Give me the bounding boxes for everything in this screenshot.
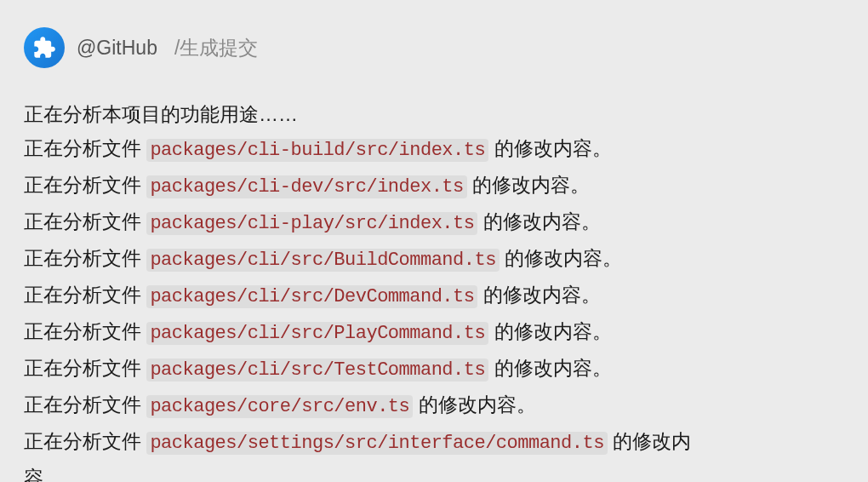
log-line: 正在分析文件 packages/cli/src/DevCommand.ts 的修… bbox=[24, 278, 844, 314]
log-line: 正在分析文件 packages/cli/src/PlayCommand.ts 的… bbox=[24, 314, 844, 351]
file-path: packages/cli-play/src/index.ts bbox=[146, 212, 477, 235]
file-path: packages/cli/src/TestCommand.ts bbox=[146, 359, 488, 382]
file-path: packages/cli/src/PlayCommand.ts bbox=[146, 322, 488, 345]
chat-header: @GitHub /生成提交 bbox=[24, 27, 844, 68]
avatar bbox=[24, 27, 65, 68]
command-path: /生成提交 bbox=[174, 35, 258, 61]
log-line: 正在分析文件 packages/cli/src/TestCommand.ts 的… bbox=[24, 351, 844, 387]
log-line-wrap: 容。 bbox=[24, 461, 844, 482]
file-path: packages/core/src/env.ts bbox=[146, 395, 413, 418]
mention-tag[interactable]: @GitHub bbox=[77, 37, 157, 60]
log-line: 正在分析文件 packages/cli-play/src/index.ts 的修… bbox=[24, 204, 844, 241]
file-path: packages/cli/src/DevCommand.ts bbox=[146, 285, 477, 308]
file-path: packages/cli-build/src/index.ts bbox=[146, 139, 488, 162]
log-intro: 正在分析本项目的功能用途…… bbox=[24, 97, 844, 131]
log-output: 正在分析本项目的功能用途…… 正在分析文件 packages/cli-build… bbox=[24, 97, 844, 482]
log-line: 正在分析文件 packages/cli/src/BuildCommand.ts … bbox=[24, 241, 844, 278]
puzzle-icon bbox=[32, 36, 56, 60]
file-path: packages/cli-dev/src/index.ts bbox=[146, 175, 466, 198]
log-line: 正在分析文件 packages/cli-dev/src/index.ts 的修改… bbox=[24, 168, 844, 204]
log-line: 正在分析文件 packages/cli-build/src/index.ts 的… bbox=[24, 131, 844, 168]
file-path: packages/cli/src/BuildCommand.ts bbox=[146, 249, 499, 272]
file-path: packages/settings/src/interface/command.… bbox=[146, 432, 608, 455]
log-line: 正在分析文件 packages/settings/src/interface/c… bbox=[24, 424, 844, 461]
log-line: 正在分析文件 packages/core/src/env.ts 的修改内容。 bbox=[24, 387, 844, 424]
